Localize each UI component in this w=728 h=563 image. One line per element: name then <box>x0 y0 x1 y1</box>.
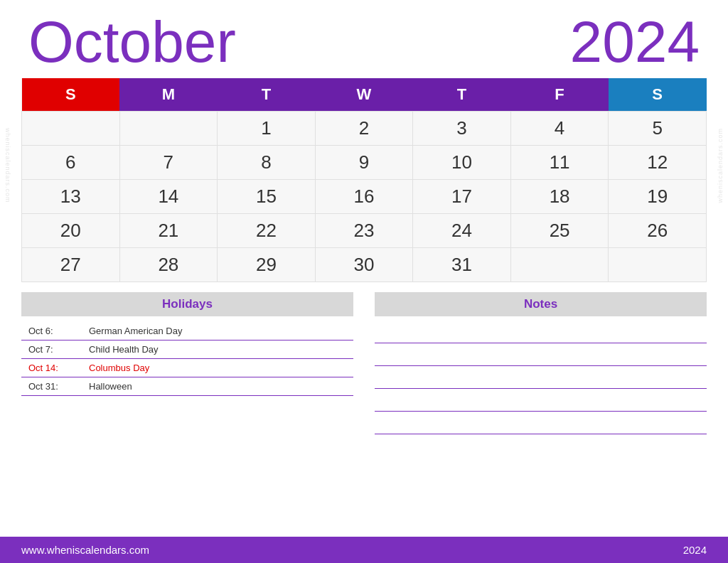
calendar-cell: 21 <box>119 214 218 248</box>
calendar-cell: 6 <box>22 146 120 180</box>
holiday-item: Oct 6:German American Day <box>21 322 353 341</box>
calendar-page: October 2024 wheniscalendars.com whenisc… <box>0 0 728 563</box>
calendar-row: 6789101112 <box>22 146 707 180</box>
calendar-cell: 19 <box>609 180 707 214</box>
calendar-row: 13141516171819 <box>22 180 707 214</box>
calendar-container: SMTWTFS 12345678910111213141516171819202… <box>0 78 728 282</box>
calendar-cell <box>609 248 707 282</box>
holidays-section: Holidays Oct 6:German American DayOct 7:… <box>21 292 353 530</box>
holiday-name: Columbus Day <box>89 363 149 373</box>
calendar-cell: 8 <box>218 146 316 180</box>
note-line <box>375 345 707 366</box>
calendar-cell: 5 <box>609 112 707 146</box>
calendar-cell: 4 <box>510 112 609 146</box>
weekday-header-s: S <box>609 78 707 112</box>
calendar-cell <box>22 112 120 146</box>
calendar-body: 1234567891011121314151617181920212223242… <box>22 112 707 282</box>
calendar-cell: 24 <box>413 214 511 248</box>
calendar-cell: 3 <box>413 112 511 146</box>
holidays-list: Oct 6:German American DayOct 7:Child Hea… <box>21 322 353 396</box>
watermark-left: wheniscalendars.com <box>4 128 11 203</box>
weekday-header-w: W <box>315 78 413 112</box>
notes-header: Notes <box>375 292 707 316</box>
holiday-item: Oct 14:Columbus Day <box>21 359 353 377</box>
calendar-cell: 26 <box>609 214 707 248</box>
holiday-name: Child Health Day <box>89 344 159 355</box>
calendar-cell: 23 <box>315 214 413 248</box>
weekday-header-s: S <box>22 78 120 112</box>
weekday-header-t: T <box>413 78 511 112</box>
watermark-right: wheniscalendars.com <box>717 128 724 203</box>
month-title: October <box>28 13 236 71</box>
calendar-cell: 17 <box>413 180 511 214</box>
holiday-date: Oct 14: <box>28 363 68 373</box>
holiday-item: Oct 7:Child Health Day <box>21 341 353 359</box>
calendar-cell: 22 <box>218 214 316 248</box>
holiday-date: Oct 31: <box>28 381 68 392</box>
weekday-header-t: T <box>218 78 316 112</box>
calendar-header: SMTWTFS <box>22 78 707 112</box>
holiday-name: German American Day <box>89 326 183 336</box>
holiday-item: Oct 31:Halloween <box>21 377 353 396</box>
calendar-cell: 15 <box>218 180 316 214</box>
note-line <box>375 413 707 434</box>
calendar-cell: 30 <box>315 248 413 282</box>
calendar-row: 2728293031 <box>22 248 707 282</box>
calendar-cell: 7 <box>119 146 218 180</box>
bottom-section: Holidays Oct 6:German American DayOct 7:… <box>0 282 728 537</box>
note-line <box>375 322 707 343</box>
calendar-cell <box>510 248 609 282</box>
calendar-cell: 18 <box>510 180 609 214</box>
holiday-date: Oct 7: <box>28 344 68 355</box>
calendar-cell: 14 <box>119 180 218 214</box>
notes-section: Notes <box>375 292 707 530</box>
calendar-cell: 28 <box>119 248 218 282</box>
note-line <box>375 368 707 389</box>
calendar-cell: 16 <box>315 180 413 214</box>
year-title: 2024 <box>570 13 700 71</box>
holiday-name: Halloween <box>89 381 132 392</box>
note-line <box>375 390 707 412</box>
calendar-cell: 31 <box>413 248 511 282</box>
calendar-cell: 27 <box>22 248 120 282</box>
notes-lines <box>375 322 707 434</box>
calendar-cell: 13 <box>22 180 120 214</box>
calendar-cell: 29 <box>218 248 316 282</box>
calendar-cell: 12 <box>609 146 707 180</box>
calendar-row: 20212223242526 <box>22 214 707 248</box>
calendar-cell <box>119 112 218 146</box>
calendar-cell: 9 <box>315 146 413 180</box>
calendar-cell: 10 <box>413 146 511 180</box>
holiday-date: Oct 6: <box>28 326 68 336</box>
holidays-header: Holidays <box>21 292 353 316</box>
calendar-cell: 2 <box>315 112 413 146</box>
calendar-cell: 20 <box>22 214 120 248</box>
footer: www.wheniscalendars.com 2024 <box>0 537 728 563</box>
calendar-row: 12345 <box>22 112 707 146</box>
header: October 2024 <box>0 0 728 78</box>
calendar-cell: 1 <box>218 112 316 146</box>
weekday-header-m: M <box>119 78 218 112</box>
weekday-header-f: F <box>510 78 609 112</box>
calendar-table: SMTWTFS 12345678910111213141516171819202… <box>21 78 707 282</box>
calendar-cell: 11 <box>510 146 609 180</box>
footer-url: www.wheniscalendars.com <box>21 544 149 556</box>
calendar-cell: 25 <box>510 214 609 248</box>
footer-year: 2024 <box>683 544 707 556</box>
